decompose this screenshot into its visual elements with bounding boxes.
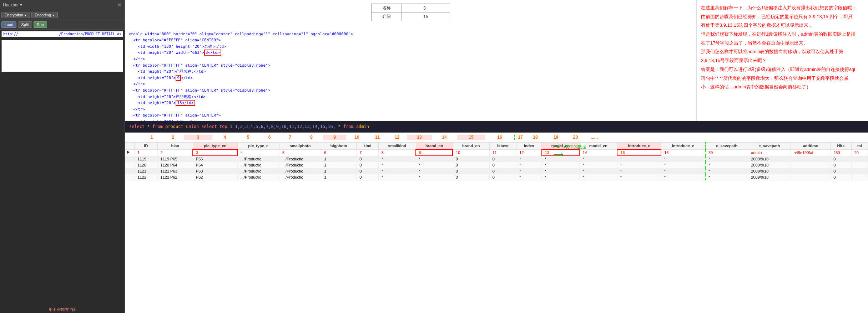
hackbar-hint: 用于充数的字段 (0, 306, 125, 313)
grid-header-addtime: addtime (791, 143, 831, 150)
cell-1-isbest: 11 (489, 149, 516, 156)
hackbar-toolbar: Encryption Encoding (0, 10, 125, 20)
encryption-button[interactable]: Encryption (1, 12, 30, 18)
col-num-19: 19 (546, 135, 566, 140)
col-num-ellipsis: ...... (585, 135, 603, 140)
cell-1-hits: 250 (831, 149, 852, 156)
col-num-6: 6 (259, 135, 280, 140)
grid-header-introduce-e: introduce_e (661, 143, 705, 150)
data-grid-container[interactable]: 1 2 3 4 5 6 7 8 9 10 11 12 13 14 15 16 1… (125, 133, 868, 313)
run-button[interactable]: Run (34, 21, 47, 28)
col-num-2: 2 (162, 135, 184, 140)
grid-header-mi: mi (851, 143, 868, 150)
hackbar-close-icon[interactable]: ✕ (117, 2, 122, 8)
hackbar-sql-area (0, 39, 125, 306)
grid-header-pic-type-cn: pic_type_cn (193, 143, 237, 150)
col-num-10: 10 (346, 135, 368, 140)
col-num-16: 16 (485, 135, 514, 140)
row-indicator-1120 (125, 162, 135, 168)
cell-1-introduce-c: 15 (617, 149, 661, 156)
grid-header-index: index (516, 143, 542, 150)
cell-1-bigphoto: 6 (321, 149, 357, 156)
col-num-3: 3 (184, 135, 212, 140)
col-num-15: 15 (457, 135, 485, 140)
cell-1-brand-cn: 9 (416, 149, 453, 156)
col-num-9: 9 (323, 135, 346, 140)
hackbar-sql-input[interactable] (1, 40, 123, 72)
hackbar-url-area (0, 30, 125, 39)
cell-1-smallphoto: 5 (279, 149, 321, 156)
hackbar-titlebar: Hackbar ▾ ✕ (0, 0, 125, 10)
grid-row-1119: 1119 1119 P65 P65 .../Productio .../Prod… (125, 156, 868, 162)
load-button[interactable]: Load (1, 21, 16, 28)
grid-header-kind: kind (357, 143, 378, 150)
grid-table: ID bian pic_type_cn pic_type_e smallphot… (125, 142, 868, 180)
cell-1-id: 1 (135, 149, 157, 156)
grid-header-isbest: isbest (489, 143, 516, 150)
admin-annotation-text: admin表中的数据 (553, 144, 586, 150)
table-cell-label2: 介绍 (372, 12, 402, 21)
row-indicator-1 (125, 149, 135, 156)
grid-header-smallphoto: smallphoto (279, 143, 321, 150)
html-code-block: <table width="800" border="0" align="cen… (128, 25, 693, 121)
table-cell-val2: 15 (402, 12, 450, 21)
grid-header-esavepath2: e_savepath (748, 143, 791, 150)
cell-1-smallkind: 8 (378, 149, 416, 156)
grid-row-1: 1 2 3 4 5 6 7 8 9 10 11 12 13 14 (125, 149, 868, 156)
cell-1-pic-type-cn: 3 (193, 149, 237, 156)
grid-header-brand-cn: brand_cn (416, 143, 453, 150)
explanation-panel: 在这里我们解释一下，为什么1级偏移注入并没有爆出我们想要的字段值呢： 由前面的步… (697, 0, 868, 121)
data-table: 名称 3 介绍 15 (371, 4, 450, 21)
row-indicator-1119 (125, 156, 135, 162)
encoding-button[interactable]: Encoding (31, 12, 58, 18)
table-cell-val1: 3 (402, 4, 450, 12)
cell-1-brand-en: 10 (453, 149, 489, 156)
col-num-4: 4 (212, 135, 237, 140)
grid-row-1121: 1121 1121 P63 P63 .../Productio .../Prod… (125, 168, 868, 174)
grid-header-hits: Hits (831, 143, 852, 150)
grid-header-id: ID (135, 143, 157, 150)
col-num-20: 20 (566, 135, 585, 140)
col-num-1: 1 (141, 135, 162, 140)
grid-header-pic-type-e: pic_type_e (237, 143, 279, 150)
hackbar-panel: Hackbar ▾ ✕ Encryption Encoding Load Spl… (0, 0, 125, 313)
main-content: 名称 3 介绍 15 <table width="800" border="0"… (125, 0, 868, 313)
grid-header-bian: bian (157, 143, 193, 150)
grid-header-bigphoto: bigphoto (321, 143, 357, 150)
cell-1-index: 12 (516, 149, 542, 156)
cell-1-addtime: a48e190faf (791, 149, 831, 156)
top-section: 名称 3 介绍 15 <table width="800" border="0"… (125, 0, 868, 121)
hackbar-url-input[interactable] (1, 31, 123, 37)
row-indicator-1121 (125, 168, 135, 174)
col-num-8: 8 (300, 135, 323, 140)
hackbar-title: Hackbar ▾ (3, 2, 22, 7)
cell-1-esavepath1: 39 (705, 149, 748, 156)
grid-header-indicator (125, 143, 135, 150)
cell-1-pic-type-e: 4 (237, 149, 279, 156)
bottom-section: select * from product union select top 1… (125, 121, 868, 313)
admin-annotation: admin表中的数据 ⟶ (553, 144, 586, 159)
col-num-13: 13 (407, 135, 432, 140)
grid-header-brand-en: brand_en (453, 143, 489, 150)
cell-1-mi: 20 (851, 149, 868, 156)
grid-row-1122: 1122 1122 P62 P62 .../Productio .../Prod… (125, 174, 868, 180)
row-indicator-1122 (125, 174, 135, 180)
col-num-7: 7 (280, 135, 300, 140)
cell-1-introduce-e: 16 (661, 149, 705, 156)
col-num-14: 14 (432, 135, 457, 140)
col-num-12: 12 (387, 135, 407, 140)
col-num-17: 17 (514, 135, 525, 140)
html-display: 名称 3 介绍 15 <table width="800" border="0"… (125, 0, 697, 121)
col-numbers-row: 1 2 3 4 5 6 7 8 9 10 11 12 13 14 15 16 1… (125, 133, 868, 142)
grid-row-1120: 1120 1120 P64 P64 .../Productio .../Prod… (125, 162, 868, 168)
split-button[interactable]: Split (18, 21, 32, 28)
col-num-11: 11 (368, 135, 387, 140)
col-num-5: 5 (237, 135, 259, 140)
col-num-18: 18 (525, 135, 546, 140)
sql-bar: select * from product union select top 1… (125, 121, 868, 133)
cell-1-bian: 2 (157, 149, 193, 156)
cell-1-kind: 7 (357, 149, 378, 156)
explanation-text: 在这里我们解释一下，为什么1级偏移注入并没有爆出我们想要的字段值呢： 由前面的步… (701, 4, 864, 92)
grid-header-introduce-c: introduce_c (617, 143, 661, 150)
grid-header-esavepath1: e_savepath (705, 143, 748, 150)
